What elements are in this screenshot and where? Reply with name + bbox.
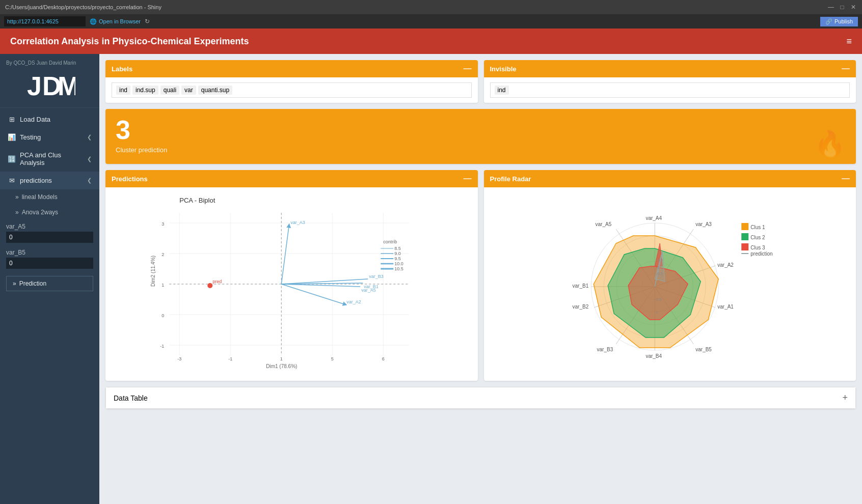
prediction-button[interactable]: » Prediction (6, 276, 93, 291)
anova-icon: » (15, 209, 19, 216)
close-btn[interactable]: ✕ (850, 4, 857, 11)
cluster-prediction-card: 3 Cluster prediction 🔥 (105, 109, 856, 164)
sidebar-item-anova[interactable]: » Anova 2ways (0, 205, 99, 220)
logo-image: J D M (24, 66, 75, 101)
sidebar-item-load-data[interactable]: ⊞ Load Data (0, 110, 99, 128)
svg-text:6: 6 (382, 356, 385, 361)
svg-text:Clus 2: Clus 2 (750, 235, 765, 240)
profile-radar-card: Profile Radar — (484, 170, 856, 381)
invisible-card-body: ind (484, 77, 856, 103)
main-area: By QCO_DS Juan David Marin J D M ⊞ Load … (0, 54, 862, 504)
var-a5-input[interactable] (6, 232, 93, 243)
svg-text:var_B3: var_B3 (597, 347, 613, 352)
prediction-btn-icon: » (13, 280, 16, 287)
invisible-header-title: Invisible (490, 65, 517, 73)
sidebar-item-label-predictions: predictions (20, 177, 52, 184)
cluster-label: Cluster prediction (116, 146, 167, 154)
cluster-number: 3 (116, 117, 167, 143)
svg-text:pred: pred (212, 279, 222, 284)
sidebar-item-label-anova: Anova 2ways (22, 209, 58, 216)
window-controls[interactable]: — □ ✕ (827, 4, 857, 11)
invisible-minimize-btn[interactable]: — (842, 64, 850, 73)
radar-svg: -1.5 -1 -0.5 0.5 1 var_A4 var_A3 var_A2 … (489, 192, 851, 376)
svg-text:contrib: contrib (383, 239, 397, 244)
data-table-header[interactable]: Data Table + (105, 387, 856, 409)
sidebar-item-label-load-data: Load Data (20, 116, 50, 123)
main-content: Labels — ind ind.sup quali var quanti.su… (99, 54, 862, 504)
sidebar-item-pca[interactable]: 🔢 PCA and Clus Analysis ❮ (0, 146, 99, 172)
svg-text:-3: -3 (177, 356, 181, 361)
svg-text:-1: -1 (228, 356, 232, 361)
predictions-minimize-btn[interactable]: — (464, 174, 472, 183)
navbar: Correlation Analysis in Physico-Chemical… (0, 29, 862, 54)
var-a5-input-group: var_A5 (0, 220, 99, 246)
svg-text:var_A1: var_A1 (717, 304, 734, 310)
svg-text:9.5: 9.5 (394, 256, 401, 261)
predictions-chart-title: Predictions (112, 175, 148, 183)
svg-text:Clus 1: Clus 1 (750, 225, 765, 230)
refresh-button[interactable]: ↻ (145, 18, 150, 25)
sidebar-item-lineal-models[interactable]: » lineal Models (0, 189, 99, 205)
svg-point-40 (207, 283, 212, 288)
cluster-card-body: 3 Cluster prediction 🔥 (105, 109, 856, 164)
sidebar-item-predictions[interactable]: ✉ predictions ❮ (0, 172, 99, 189)
hamburger-menu-icon[interactable]: ≡ (846, 36, 852, 47)
cluster-content: 3 Cluster prediction (116, 117, 167, 154)
tag-var: var (181, 86, 196, 95)
invisible-card-header: Invisible — (484, 60, 856, 77)
minimize-btn[interactable]: — (827, 4, 834, 11)
svg-text:2: 2 (161, 252, 164, 257)
svg-text:var_A3: var_A3 (290, 220, 305, 225)
top-cards-row: Labels — ind ind.sup quali var quanti.su… (105, 60, 856, 103)
address-input[interactable] (4, 16, 86, 26)
svg-text:var_A2: var_A2 (717, 262, 734, 268)
browser-title: C:/Users/juand/Desktop/proyectos/proyect… (5, 4, 161, 10)
var-b5-input[interactable] (6, 258, 93, 269)
predictions-chart-card: Predictions — PCA - Biplot (105, 170, 478, 381)
profile-radar-header: Profile Radar — (484, 170, 856, 187)
sidebar: By QCO_DS Juan David Marin J D M ⊞ Load … (0, 54, 99, 504)
svg-text:1: 1 (161, 283, 164, 288)
charts-row: Predictions — PCA - Biplot (105, 170, 856, 381)
labels-tags-input[interactable]: ind ind.sup quali var quanti.sup (112, 82, 472, 98)
tag-invisible-ind: ind (495, 86, 509, 95)
publish-button[interactable]: 🔗 Publish (820, 17, 858, 26)
svg-text:var_B3: var_B3 (369, 274, 384, 279)
svg-text:var_A2: var_A2 (346, 299, 361, 304)
svg-text:Dim1 (78.6%): Dim1 (78.6%) (266, 363, 297, 369)
address-bar: 🌐 Open in Browser ↻ 🔗 Publish (0, 14, 862, 29)
svg-rect-94 (741, 243, 748, 250)
profile-radar-body: -1.5 -1 -0.5 0.5 1 var_A4 var_A3 var_A2 … (484, 187, 856, 381)
svg-text:-0.5: -0.5 (656, 271, 663, 276)
invisible-tags-input[interactable]: ind (490, 82, 850, 98)
svg-text:1: 1 (656, 310, 658, 315)
sidebar-menu: ⊞ Load Data 📊 Testing ❮ 🔢 PCA and Clus A… (0, 108, 99, 298)
data-table-card: Data Table + (105, 387, 856, 409)
data-table-expand-btn[interactable]: + (842, 393, 848, 403)
tag-quanti-sup: quanti.sup (198, 86, 232, 95)
sidebar-item-label-testing: Testing (20, 133, 41, 141)
tag-ind-sup: ind.sup (132, 86, 158, 95)
svg-text:prediction: prediction (750, 251, 772, 257)
lineal-models-icon: » (15, 193, 19, 201)
svg-text:0: 0 (161, 313, 164, 318)
svg-text:5: 5 (331, 356, 334, 361)
open-browser-button[interactable]: 🌐 Open in Browser (90, 18, 141, 25)
svg-text:var_B5: var_B5 (695, 347, 712, 352)
sidebar-item-testing[interactable]: 📊 Testing ❮ (0, 128, 99, 146)
sidebar-by-label: By QCO_DS Juan David Marin (6, 60, 76, 66)
svg-text:var_B4: var_B4 (645, 353, 662, 359)
profile-radar-title: Profile Radar (490, 175, 531, 183)
svg-text:var_A4: var_A4 (645, 215, 662, 221)
svg-text:var_A5: var_A5 (361, 288, 376, 293)
svg-text:var_A3: var_A3 (695, 221, 712, 227)
labels-minimize-btn[interactable]: — (464, 64, 472, 73)
labels-card-body: ind ind.sup quali var quanti.sup (105, 77, 478, 103)
browser-chrome: C:/Users/juand/Desktop/proyectos/proyect… (0, 0, 862, 29)
svg-text:var_B1: var_B1 (572, 283, 588, 289)
maximize-btn[interactable]: □ (839, 4, 846, 11)
tag-quali: quali (160, 86, 179, 95)
svg-text:Clus 3: Clus 3 (750, 245, 765, 250)
radar-minimize-btn[interactable]: — (842, 174, 850, 183)
svg-text:-1.5: -1.5 (656, 258, 663, 262)
